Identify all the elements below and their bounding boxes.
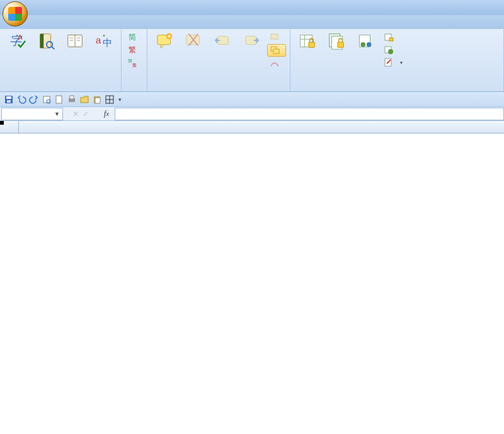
redo-icon[interactable] bbox=[29, 94, 39, 105]
protect-workbook-button[interactable] bbox=[323, 30, 350, 52]
svg-rect-42 bbox=[6, 96, 11, 99]
prev-icon bbox=[213, 31, 232, 50]
borders-icon[interactable] bbox=[105, 94, 115, 105]
trad-to-simp-button[interactable]: 简 bbox=[125, 31, 143, 43]
ribbon: 字A a中 简 繁 简繁 bbox=[0, 29, 504, 92]
delete-comment-button[interactable] bbox=[180, 30, 207, 52]
svg-rect-32 bbox=[338, 42, 343, 47]
svg-rect-46 bbox=[56, 96, 62, 103]
ribbon-group-changes: ▾ bbox=[290, 29, 504, 91]
thesaurus-icon bbox=[66, 31, 84, 50]
next-icon bbox=[242, 31, 261, 50]
svg-rect-43 bbox=[7, 100, 11, 103]
quick-print-icon[interactable] bbox=[67, 94, 77, 105]
chevron-down-icon: ▾ bbox=[400, 60, 403, 66]
svg-rect-3 bbox=[40, 34, 44, 49]
spreadsheet-grid[interactable] bbox=[0, 121, 504, 434]
formula-input[interactable] bbox=[115, 108, 504, 120]
svg-rect-48 bbox=[70, 96, 74, 99]
next-comment-button[interactable] bbox=[238, 30, 265, 52]
svg-point-35 bbox=[367, 42, 372, 47]
fx-icon[interactable]: fx bbox=[98, 109, 115, 118]
delete-comment-icon bbox=[184, 31, 203, 50]
ink-icon bbox=[270, 59, 280, 69]
translate-button[interactable]: a中 bbox=[91, 30, 117, 52]
svg-rect-25 bbox=[273, 49, 279, 54]
research-button[interactable] bbox=[33, 30, 59, 52]
protect-sheet-button[interactable] bbox=[294, 30, 321, 52]
ribbon-group-comments bbox=[147, 29, 290, 91]
simp-to-trad-button[interactable]: 繁 bbox=[125, 44, 143, 55]
formula-bar: ▼ ✕ ✓ fx bbox=[0, 107, 504, 121]
print-preview-icon[interactable] bbox=[42, 94, 52, 105]
open-icon[interactable] bbox=[79, 94, 89, 105]
ribbon-group-proofing: 字A a中 bbox=[0, 29, 122, 91]
new-icon[interactable] bbox=[54, 94, 64, 105]
show-ink-button[interactable] bbox=[267, 58, 286, 69]
allow-users-icon bbox=[384, 45, 394, 55]
svg-rect-37 bbox=[389, 38, 393, 41]
name-box[interactable]: ▼ bbox=[1, 108, 63, 120]
show-hide-comment-button[interactable] bbox=[267, 31, 286, 43]
office-logo-icon bbox=[8, 7, 22, 21]
new-comment-icon bbox=[155, 31, 174, 50]
trad-simp-icon: 简 bbox=[128, 32, 138, 42]
protect-share-button[interactable] bbox=[381, 31, 405, 43]
svg-rect-23 bbox=[271, 34, 278, 39]
convert-button[interactable]: 简繁 bbox=[125, 57, 143, 68]
protect-share-icon bbox=[384, 32, 394, 42]
show-all-comments-button[interactable] bbox=[267, 44, 286, 57]
ribbon-group-chinese: 简 繁 简繁 bbox=[122, 29, 147, 91]
thesaurus-button[interactable] bbox=[62, 30, 88, 52]
paste-icon[interactable] bbox=[92, 94, 102, 105]
translate-icon: a中 bbox=[94, 31, 113, 50]
svg-text:繁: 繁 bbox=[129, 45, 136, 54]
ribbon-tabs bbox=[0, 15, 504, 29]
allow-users-button[interactable] bbox=[381, 44, 405, 55]
svg-point-39 bbox=[388, 49, 393, 54]
share-workbook-button[interactable] bbox=[352, 30, 379, 52]
share-wb-icon bbox=[356, 31, 375, 50]
show-all-icon bbox=[270, 45, 280, 55]
enter-icon: ✓ bbox=[83, 110, 89, 118]
protect-sheet-icon bbox=[298, 31, 317, 50]
svg-text:繁: 繁 bbox=[132, 63, 137, 67]
simp-trad-icon: 繁 bbox=[128, 45, 138, 55]
svg-text:A: A bbox=[18, 33, 23, 41]
protect-wb-icon bbox=[327, 31, 346, 50]
prev-comment-button[interactable] bbox=[209, 30, 236, 52]
quick-access-toolbar: ▾ bbox=[0, 92, 504, 107]
svg-rect-29 bbox=[309, 42, 314, 47]
svg-text:简: 简 bbox=[129, 33, 136, 42]
spell-check-icon: 字A bbox=[8, 31, 26, 50]
svg-point-34 bbox=[361, 42, 366, 47]
office-button[interactable] bbox=[3, 1, 28, 26]
track-changes-icon bbox=[384, 57, 394, 67]
qat-dropdown-icon[interactable]: ▾ bbox=[118, 96, 122, 103]
undo-icon[interactable] bbox=[16, 94, 26, 105]
svg-text:中: 中 bbox=[103, 37, 112, 48]
svg-text:a: a bbox=[96, 35, 101, 45]
convert-icon: 简繁 bbox=[128, 57, 138, 67]
chevron-down-icon[interactable]: ▼ bbox=[54, 111, 60, 117]
save-icon[interactable] bbox=[4, 94, 14, 105]
spell-check-button[interactable]: 字A bbox=[4, 30, 30, 52]
select-all-corner[interactable] bbox=[0, 121, 19, 134]
research-icon bbox=[37, 31, 55, 50]
new-comment-button[interactable] bbox=[151, 30, 178, 52]
cancel-icon: ✕ bbox=[72, 110, 79, 118]
svg-rect-50 bbox=[95, 98, 100, 103]
column-headers[interactable] bbox=[19, 121, 504, 134]
show-hide-icon bbox=[270, 32, 280, 42]
track-changes-button[interactable]: ▾ bbox=[381, 57, 405, 68]
svg-line-5 bbox=[52, 47, 54, 49]
svg-text:简: 简 bbox=[128, 59, 132, 63]
title-bar bbox=[0, 0, 504, 15]
